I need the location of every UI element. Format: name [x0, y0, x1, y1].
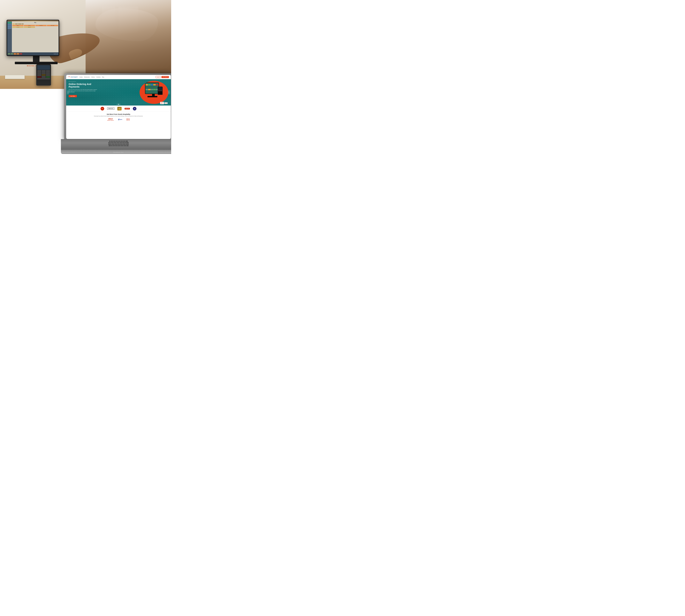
key-4: [114, 142, 115, 143]
key-a: [111, 145, 112, 146]
hero-learn-more-button[interactable]: Learn More: [69, 95, 77, 97]
panel-item-1: [7, 22, 12, 24]
key-j: [119, 145, 120, 146]
pos-btn-more[interactable]: More: [14, 53, 16, 54]
key-y: [117, 144, 118, 145]
key-quote: [125, 145, 126, 146]
pos-tab-food[interactable]: Food: [12, 23, 15, 24]
pos-item-4[interactable]: Cotton Candy: [47, 25, 58, 26]
partner-meatup: MEATUP: [125, 107, 130, 110]
hero-pos-screen: [145, 83, 159, 94]
key-8: [119, 142, 120, 143]
key-return: [126, 145, 129, 146]
pos-tab-drinks[interactable]: Drinks: [15, 23, 18, 24]
partners-strip: Yuu ®BROOD CopperKettle MEATUP 5: [66, 106, 171, 112]
monitor-main: Dry Food Drinks Combos Pay Apple Pie Bro…: [12, 21, 59, 55]
chassis-body: [61, 140, 171, 150]
hero-title: Online Ordering And Payments: [69, 83, 132, 88]
hero-tag: RESTAURANTS: [69, 81, 132, 82]
indicator-3[interactable]: [119, 104, 120, 105]
pos-item-3[interactable]: Carrot Cake: [36, 25, 47, 26]
pos-btn-split[interactable]: Split: [8, 53, 10, 54]
pos-tab-pay[interactable]: Pay: [22, 23, 24, 24]
pos-brand-micros: micros: [27, 65, 34, 67]
key-return-top: [127, 144, 129, 145]
indicator-2[interactable]: [118, 104, 119, 105]
pay-key-3: [46, 70, 50, 72]
pos-item-1[interactable]: Apple Pie: [12, 25, 24, 26]
pos-item-2[interactable]: Brownie: [24, 25, 35, 26]
oracle-section-desc: Reserveport has achieved Oracle Validate…: [69, 115, 168, 117]
key-6: [117, 142, 118, 143]
laptop-lid: 📍 reserveport Hotels Restaurants Airline…: [64, 73, 171, 140]
pos-item-6[interactable]: Mango Pie: [24, 26, 35, 28]
pay-key-5: [42, 72, 46, 74]
hpk-2: [159, 89, 161, 90]
key-capslock: [109, 145, 111, 146]
h-cell-6: [146, 89, 148, 90]
hero-description: Drive more direct sales with your own on…: [69, 89, 97, 93]
pos-btn-cancel[interactable]: Cancel: [11, 53, 13, 54]
payment-terminal: [36, 64, 51, 86]
pay-key-1: [37, 70, 41, 72]
pos-btn-func[interactable]: Func: [17, 53, 19, 54]
key-minus: [124, 142, 125, 143]
pay-key-9: [46, 74, 50, 76]
key-f1: [111, 140, 112, 142]
key-d: [114, 145, 115, 146]
payment-keypad: [37, 70, 50, 80]
partner-brood: ®BROOD: [107, 107, 114, 110]
nav-blog[interactable]: Blog: [102, 76, 104, 78]
hero-arrow-left[interactable]: ‹: [67, 90, 69, 94]
nav-restaurants[interactable]: Restaurants: [84, 76, 90, 78]
hero-banner: ‹ RESTAURANTS Online Ordering And Paymen…: [66, 79, 171, 106]
key-f2: [112, 140, 113, 142]
pay-key-0: [42, 76, 46, 78]
h-cell-8: [151, 89, 153, 90]
pos-tab-combos[interactable]: Combos: [18, 23, 21, 24]
nav-activities[interactable]: Activities: [96, 76, 101, 78]
nav-hotels[interactable]: Hotels: [80, 76, 83, 78]
key-backspace: [126, 142, 129, 143]
hero-pos-device: [144, 83, 164, 102]
key-f7: [118, 140, 119, 142]
nav-airlines[interactable]: Airlines: [91, 76, 95, 78]
h-cell-5: [156, 84, 158, 85]
key-f4: [114, 140, 115, 142]
hpk-4: [158, 90, 159, 91]
5star-logo: 5: [133, 107, 136, 110]
key-u: [119, 144, 120, 145]
logo-pin-icon: 📍: [68, 76, 70, 78]
indicator-1[interactable]: [117, 104, 118, 105]
key-power: [126, 140, 128, 142]
key-backtick: [108, 142, 109, 143]
oracle-logos-row: ORACLE HOSPITALITY Validated Integration…: [69, 118, 168, 121]
pos-item-5[interactable]: Ice Cream: [12, 26, 24, 28]
key-r: [114, 144, 116, 145]
hero-payment-pad: [158, 87, 162, 95]
key-f9: [120, 140, 121, 142]
partner-copper: CopperKettle: [117, 107, 121, 110]
hpk-3: [161, 89, 162, 90]
laptop-keyboard: [66, 140, 171, 149]
opera-O-letter: Ǿ: [118, 118, 119, 120]
nav-get-started-button[interactable]: Get Started: [161, 76, 169, 78]
panel-item-2: [7, 24, 12, 25]
micros-text: micros: [126, 119, 130, 120]
key-3: [112, 142, 114, 143]
key-f6: [117, 140, 118, 142]
hero-circle-bg: [139, 81, 168, 104]
hpk-5: [159, 90, 161, 91]
oracle-hospitality-logo: ORACLE HOSPITALITY Validated Integration: [107, 118, 114, 121]
keyboard-row-4: [66, 145, 171, 146]
oracle-section: Get More From Oracle Hospitality Reserve…: [66, 112, 171, 123]
pos-btn-detail[interactable]: Detail: [20, 53, 22, 54]
h-cell-2: [148, 84, 151, 85]
hero-arrow-right[interactable]: ›: [168, 90, 170, 94]
website-nav: 📍 reserveport Hotels Restaurants Airline…: [66, 75, 171, 79]
nav-login-button[interactable]: Log In: [156, 76, 161, 78]
brood-logo: ®BROOD: [107, 108, 114, 110]
key-0: [122, 142, 124, 143]
key-o: [121, 144, 123, 145]
pos-total: Total Due: 5.00: [54, 53, 58, 54]
